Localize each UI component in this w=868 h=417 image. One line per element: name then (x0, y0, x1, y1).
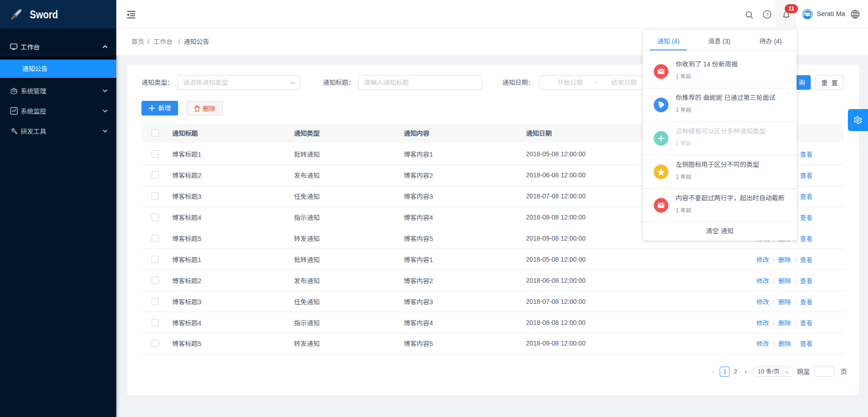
svg-text:?: ? (765, 12, 768, 17)
